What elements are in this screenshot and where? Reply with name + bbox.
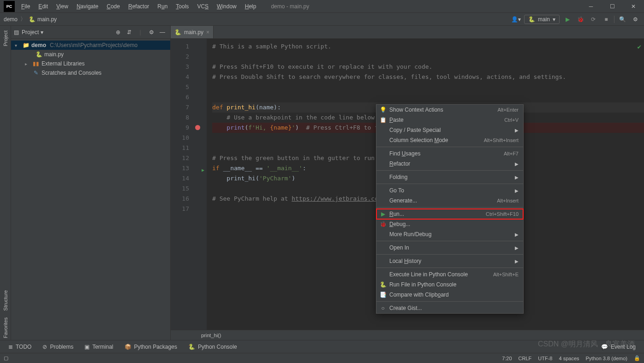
run-configuration-selector[interactable]: 🐍 main ▾ xyxy=(524,15,560,24)
context-menu-item-folding[interactable]: Folding▶ xyxy=(376,172,523,182)
breakpoint-gutter[interactable] xyxy=(195,39,201,330)
menu-help[interactable]: Help xyxy=(241,1,260,12)
menu-vcs[interactable]: VCS xyxy=(193,1,212,12)
tool-todo[interactable]: ≣TODO xyxy=(4,343,36,351)
breadcrumb[interactable]: demo 〉 🐍 main.py xyxy=(4,15,57,23)
run-icon: 🐍 xyxy=(379,281,387,288)
menu-file[interactable]: File xyxy=(18,1,34,12)
tree-scratches[interactable]: ✎ Scratches and Consoles xyxy=(11,68,170,77)
tool-terminal[interactable]: ▣Terminal xyxy=(80,343,118,351)
run-gutter[interactable]: ▶ xyxy=(201,39,207,330)
context-menu-item-compare-with-clipboard[interactable]: 📑Compare with Clipboard xyxy=(376,290,523,300)
file-name: main.py xyxy=(44,51,64,58)
project-pane-header: ▤ Project ▾ ⊕ ⇵ | ⚙ — xyxy=(11,26,170,39)
coverage-button[interactable]: ⟳ xyxy=(588,14,598,24)
tool-packages[interactable]: 📦Python Packages xyxy=(120,343,182,351)
lock-icon[interactable]: 🔒 xyxy=(634,355,640,361)
context-menu-item-generate[interactable]: Generate...Alt+Insert xyxy=(376,196,523,206)
run-line-icon[interactable]: ▶ xyxy=(202,165,204,175)
context-menu-label: Refactor xyxy=(389,161,515,167)
expand-all-icon[interactable]: ⇵ xyxy=(124,27,134,37)
context-menu-label: Debug... xyxy=(389,221,519,227)
editor-tab-main[interactable]: 🐍 main.py × xyxy=(171,26,214,38)
context-menu-label: Local History xyxy=(389,258,515,264)
tool-console[interactable]: 🐍Python Console xyxy=(184,343,242,351)
context-menu-item-execute-line-in-python-console[interactable]: Execute Line in Python ConsoleAlt+Shift+… xyxy=(376,269,523,280)
add-user-icon[interactable]: 👤▾ xyxy=(511,14,521,24)
context-menu-label: Execute Line in Python Console xyxy=(389,271,493,278)
status-encoding[interactable]: UTF-8 xyxy=(538,356,552,361)
status-line-sep[interactable]: CRLF xyxy=(519,356,532,361)
tool-window-quick-access-icon[interactable]: ▢ xyxy=(4,355,8,361)
python-icon: 🐍 xyxy=(528,16,535,23)
bottom-tool-bar: ≣TODO ⊘Problems ▣Terminal 📦Python Packag… xyxy=(0,340,644,353)
breadcrumb-project[interactable]: demo xyxy=(4,16,18,23)
menu-code[interactable]: Code xyxy=(103,1,124,12)
status-interpreter[interactable]: Python 3.8 (demo) xyxy=(586,356,628,361)
context-menu-item-refactor[interactable]: Refactor▶ xyxy=(376,159,523,169)
tree-root[interactable]: ▾ 📁 demo C:\Users\mi\PycharmProjects\dem… xyxy=(11,41,170,50)
context-menu-item-show-context-actions[interactable]: 💡Show Context ActionsAlt+Enter xyxy=(376,105,523,115)
project-pane-title[interactable]: Project ▾ xyxy=(22,29,43,36)
context-menu-separator xyxy=(376,241,523,241)
hide-icon[interactable]: — xyxy=(157,27,167,37)
inspection-ok-icon[interactable]: ✔ xyxy=(638,42,641,52)
gear-icon[interactable]: ⚙ xyxy=(146,27,156,37)
status-position[interactable]: 7:20 xyxy=(502,356,512,361)
context-menu-item-copy-paste-special[interactable]: Copy / Paste Special▶ xyxy=(376,125,523,135)
create-icon: ○ xyxy=(379,305,387,311)
warning-icon: ⊘ xyxy=(42,344,47,350)
editor-breadcrumb[interactable]: print_hi() xyxy=(171,330,644,340)
context-menu-item-more-run-debug[interactable]: More Run/Debug▶ xyxy=(376,229,523,239)
tab-label: main.py xyxy=(184,29,203,36)
context-menu-item-debug[interactable]: 🐞Debug... xyxy=(376,219,523,229)
maximize-button[interactable]: ☐ xyxy=(602,0,623,13)
menu-navigate[interactable]: Navigate xyxy=(73,1,102,12)
left-stripe: Project Structure Favorites xyxy=(0,26,11,340)
stripe-favorites[interactable]: Favorites xyxy=(3,315,8,340)
menu-bar: File Edit View Navigate Code Refactor Ru… xyxy=(18,1,260,12)
breadcrumb-file[interactable]: main.py xyxy=(37,16,57,23)
stripe-project[interactable]: Project xyxy=(3,29,8,48)
stripe-structure[interactable]: Structure xyxy=(3,288,8,313)
close-tab-icon[interactable]: × xyxy=(206,29,209,36)
tool-problems[interactable]: ⊘Problems xyxy=(38,343,78,351)
chevron-down-icon: ▾ xyxy=(41,29,43,36)
python-file-icon: 🐍 xyxy=(174,29,181,36)
context-menu-item-column-selection-mode[interactable]: Column Selection ModeAlt+Shift+Insert xyxy=(376,135,523,145)
paste-icon: 📋 xyxy=(379,117,387,123)
window-title: demo - main.py xyxy=(271,3,309,10)
context-menu-item-run-file-in-python-console[interactable]: 🐍Run File in Python Console xyxy=(376,280,523,290)
context-menu-item-local-history[interactable]: Local History▶ xyxy=(376,256,523,266)
tool-event-log[interactable]: 💬Event Log xyxy=(596,343,640,351)
context-menu-item-find-usages[interactable]: Find UsagesAlt+F7 xyxy=(376,149,523,159)
menu-window[interactable]: Window xyxy=(213,1,240,12)
show-icon: 💡 xyxy=(379,107,387,113)
run-button[interactable]: ▶ xyxy=(562,14,572,24)
context-menu-item-paste[interactable]: 📋PasteCtrl+V xyxy=(376,115,523,125)
status-indent[interactable]: 4 spaces xyxy=(559,356,579,361)
locate-icon[interactable]: ⊕ xyxy=(113,27,123,37)
line-number-gutter: 1234 5678 9101112 13141516 17 xyxy=(171,39,195,330)
context-menu-item-create-gist[interactable]: ○Create Gist... xyxy=(376,303,523,313)
gear-icon[interactable]: ⚙ xyxy=(630,14,640,24)
tree-file-main[interactable]: 🐍 main.py xyxy=(11,50,170,59)
stop-button[interactable]: ■ xyxy=(601,14,611,24)
menu-refactor[interactable]: Refactor xyxy=(125,1,153,12)
minimize-button[interactable]: ─ xyxy=(580,0,602,13)
context-menu-item-go-to[interactable]: Go To▶ xyxy=(376,185,523,196)
menu-edit[interactable]: Edit xyxy=(35,1,52,12)
context-menu-label: Create Gist... xyxy=(389,305,519,311)
search-icon[interactable]: 🔍 xyxy=(617,14,627,24)
menu-run[interactable]: Run xyxy=(154,1,171,12)
library-icon: ▮▮ xyxy=(32,60,40,67)
menu-tools[interactable]: Tools xyxy=(172,1,192,12)
context-menu-item-open-in[interactable]: Open In▶ xyxy=(376,243,523,253)
close-button[interactable]: ✕ xyxy=(623,0,644,13)
tree-external-libraries[interactable]: ▸ ▮▮ External Libraries xyxy=(11,59,170,68)
submenu-arrow-icon: ▶ xyxy=(515,128,519,133)
menu-view[interactable]: View xyxy=(53,1,72,12)
context-menu-item-run[interactable]: ▶Run...Ctrl+Shift+F10 xyxy=(376,209,523,219)
debug-button[interactable]: 🐞 xyxy=(575,14,585,24)
breakpoint-icon[interactable] xyxy=(195,125,200,130)
